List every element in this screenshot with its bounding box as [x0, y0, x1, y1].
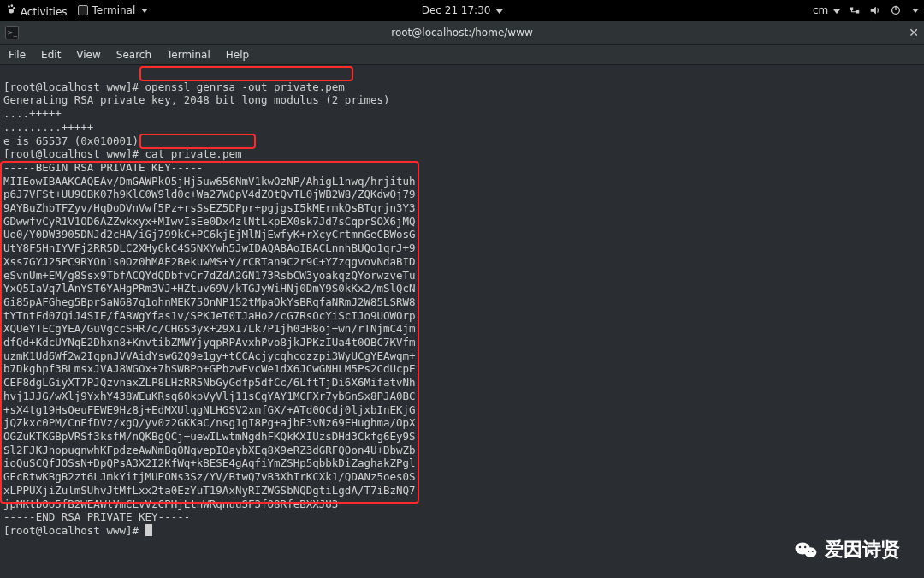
- highlight-box: [139, 66, 353, 81]
- svg-point-11: [804, 546, 806, 548]
- user-menu[interactable]: cm: [813, 4, 840, 16]
- menu-file[interactable]: File: [9, 49, 26, 61]
- chevron-down-icon: [495, 9, 502, 14]
- clock[interactable]: Dec 21 17:30: [422, 4, 503, 16]
- terminal-icon: [78, 5, 88, 15]
- window-title: root@localhost:/home/www: [391, 27, 533, 39]
- watermark: 爱因诗贤: [794, 537, 900, 563]
- app-menu-label: Terminal: [92, 4, 136, 16]
- output-line: ....+++++: [3, 107, 62, 120]
- app-menu[interactable]: Terminal: [78, 4, 149, 16]
- power-icon[interactable]: [890, 4, 902, 16]
- output-line: -----END RSA PRIVATE KEY-----: [3, 510, 190, 523]
- svg-point-9: [804, 547, 816, 557]
- svg-point-3: [9, 9, 14, 13]
- cursor: [145, 524, 152, 536]
- output-line: .........+++++: [3, 121, 93, 134]
- prompt: [root@localhost www]#: [3, 524, 145, 537]
- menu-view[interactable]: View: [76, 49, 100, 61]
- command-text: openssl genrsa -out private.pem: [145, 80, 345, 93]
- menubar: File Edit View Search Terminal Help: [0, 45, 924, 65]
- activities-button[interactable]: Activities: [5, 3, 68, 18]
- output-line: Generating RSA private key, 2048 bit lon…: [3, 93, 390, 106]
- menu-edit[interactable]: Edit: [41, 49, 61, 61]
- user-label: cm: [813, 4, 828, 16]
- chevron-down-icon: [141, 9, 148, 13]
- svg-point-13: [812, 551, 814, 552]
- prompt: [root@localhost www]#: [3, 80, 145, 93]
- chevron-down-icon: [912, 9, 919, 13]
- activities-icon: [5, 3, 17, 15]
- menu-search[interactable]: Search: [116, 49, 151, 61]
- terminal-output[interactable]: [root@localhost www]# openssl genrsa -ou…: [0, 65, 924, 578]
- svg-point-2: [13, 6, 15, 9]
- datetime-label: Dec 21 17:30: [422, 4, 491, 16]
- activities-label: Activities: [21, 6, 68, 18]
- watermark-text: 爱因诗贤: [825, 537, 900, 563]
- menu-help[interactable]: Help: [226, 49, 249, 61]
- prompt: [root@localhost www]#: [3, 147, 145, 160]
- svg-rect-4: [850, 8, 854, 11]
- svg-point-0: [8, 5, 10, 8]
- chevron-down-icon: [833, 9, 840, 14]
- close-button[interactable]: ✕: [909, 26, 919, 39]
- svg-point-10: [799, 546, 801, 548]
- network-icon[interactable]: [849, 4, 861, 16]
- output-line: e is 65537 (0x010001): [3, 134, 139, 147]
- menu-terminal[interactable]: Terminal: [167, 49, 210, 61]
- terminal-window-icon: >_: [5, 26, 19, 39]
- rsa-key-block: MIIEowIBAAKCAQEAv/DmGAWPkO5jHj5uw656NmV1…: [3, 175, 921, 511]
- output-line: -----BEGIN RSA PRIVATE KEY-----: [3, 161, 203, 174]
- gnome-topbar: Activities Terminal Dec 21 17:30 cm: [0, 0, 924, 21]
- wechat-icon: [794, 539, 818, 560]
- svg-point-12: [808, 551, 809, 552]
- window-titlebar: >_ root@localhost:/home/www ✕: [0, 21, 924, 45]
- volume-icon[interactable]: [869, 4, 881, 16]
- svg-point-1: [11, 4, 14, 7]
- command-text: cat private.pem: [145, 147, 242, 160]
